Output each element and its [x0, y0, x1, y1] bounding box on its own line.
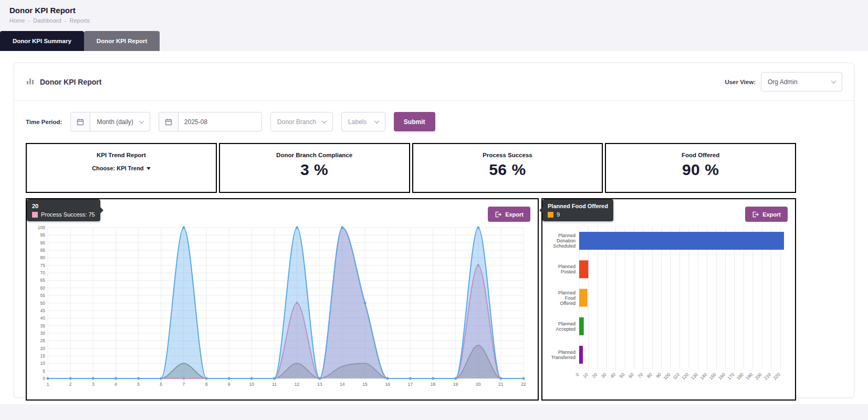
svg-text:95: 95 — [40, 232, 46, 238]
svg-text:90: 90 — [40, 240, 46, 245]
svg-text:70: 70 — [637, 372, 644, 379]
bar-chart-icon — [26, 77, 35, 87]
svg-text:180: 180 — [736, 372, 745, 381]
month-input[interactable] — [178, 112, 262, 131]
svg-text:2: 2 — [69, 382, 72, 387]
breadcrumb-home[interactable]: Home — [9, 17, 25, 24]
period-type-select[interactable]: Month (daily) — [90, 112, 150, 131]
user-view-value: Org Admin — [768, 78, 798, 86]
breadcrumb-reports[interactable]: Reports — [70, 17, 90, 24]
kpi-title: Process Success — [417, 152, 598, 158]
time-period-label: Time Period: — [26, 119, 62, 125]
svg-text:18: 18 — [431, 382, 436, 387]
svg-text:PlannedDonationScheduled: PlannedDonationScheduled — [553, 233, 576, 249]
breadcrumb-dashboard[interactable]: Dashboard — [33, 17, 61, 24]
export-button[interactable]: Export — [745, 207, 788, 222]
svg-text:0: 0 — [574, 372, 580, 377]
svg-text:75: 75 — [40, 263, 46, 268]
kpi-trend-line-chart[interactable]: 0510152025303540455055606570758085909510… — [32, 223, 531, 394]
submit-button[interactable]: Submit — [394, 112, 435, 131]
tooltip-swatch — [548, 212, 553, 218]
svg-text:PlannedAccepted: PlannedAccepted — [556, 321, 576, 332]
svg-text:90: 90 — [655, 372, 662, 379]
breadcrumb: Home - Dashboard - Reports — [9, 17, 859, 24]
svg-text:50: 50 — [40, 301, 46, 306]
svg-text:16: 16 — [385, 382, 390, 387]
charts-row: Export 051015202530354045505560657075808… — [26, 198, 796, 401]
svg-text:11: 11 — [272, 382, 277, 387]
svg-text:PlannedTransferred: PlannedTransferred — [551, 350, 576, 360]
tooltip-row: 9 — [548, 211, 608, 218]
kpi-title: KPI Trend Report — [31, 152, 212, 158]
export-button-label: Export — [505, 211, 524, 218]
svg-text:150: 150 — [708, 372, 717, 381]
svg-text:60: 60 — [40, 285, 46, 291]
svg-text:220: 220 — [772, 372, 781, 381]
svg-text:5: 5 — [43, 368, 45, 374]
export-icon — [495, 211, 501, 218]
svg-text:210: 210 — [763, 372, 772, 381]
card-header: Donor KPI Report User View: Org Admin — [14, 63, 854, 101]
calendar-icon — [159, 112, 178, 131]
svg-text:10: 10 — [249, 382, 255, 387]
page-title: Donor KPI Report — [9, 6, 859, 15]
svg-text:19: 19 — [453, 382, 458, 387]
svg-text:110: 110 — [672, 372, 681, 381]
export-button-label: Export — [762, 211, 781, 218]
svg-text:40: 40 — [609, 372, 616, 379]
svg-text:190: 190 — [745, 372, 754, 381]
planned-bar-chart[interactable]: 0102030405060708090100110120130140150160… — [547, 223, 791, 394]
svg-text:50: 50 — [619, 372, 626, 379]
planned-bar-chart-panel: Export 010203040506070809010011012013014… — [541, 198, 796, 401]
kpi-value: 3 % — [224, 161, 405, 179]
svg-text:21: 21 — [498, 382, 504, 387]
tooltip-title: Planned Food Offered — [548, 203, 608, 209]
svg-text:55: 55 — [40, 293, 46, 298]
kpi-value: 56 % — [417, 161, 598, 179]
bar-chart-tooltip: Planned Food Offered 9 — [542, 199, 613, 221]
svg-text:10: 10 — [582, 372, 589, 379]
chevron-down-icon — [321, 118, 327, 124]
svg-text:200: 200 — [754, 372, 763, 381]
kpi-value: 90 % — [610, 161, 791, 179]
donor-branch-select[interactable]: Donor Branch — [270, 112, 333, 131]
svg-text:7: 7 — [182, 382, 185, 387]
user-view-select[interactable]: Org Admin — [761, 72, 842, 91]
svg-text:0: 0 — [43, 376, 45, 381]
svg-text:160: 160 — [717, 372, 726, 381]
svg-text:40: 40 — [40, 315, 46, 321]
svg-text:9: 9 — [228, 382, 231, 387]
labels-select[interactable]: Labels — [341, 112, 385, 131]
month-group — [159, 112, 262, 131]
kpi-trend-dropdown[interactable]: Choose: KPI Trend — [92, 165, 150, 171]
kpi-box-trend-report: KPI Trend Report Choose: KPI Trend — [26, 143, 217, 193]
tab-donor-kpi-report[interactable]: Donor KPI Report — [84, 31, 160, 51]
svg-text:80: 80 — [40, 255, 46, 260]
svg-text:20: 20 — [40, 346, 46, 351]
svg-text:20: 20 — [476, 382, 481, 387]
svg-text:12: 12 — [295, 382, 300, 387]
breadcrumb-separator: - — [65, 17, 67, 24]
svg-text:1: 1 — [47, 382, 49, 387]
svg-text:20: 20 — [591, 372, 598, 379]
svg-text:170: 170 — [726, 372, 735, 381]
svg-text:25: 25 — [40, 338, 46, 343]
calendar-icon — [70, 112, 90, 131]
user-view: User View: Org Admin — [725, 72, 842, 91]
tooltip-swatch — [32, 212, 38, 218]
export-button[interactable]: Export — [488, 207, 530, 222]
tooltip-text: Process Success: 75 — [41, 211, 95, 218]
tooltip-row: Process Success: 75 — [32, 211, 95, 218]
kpi-box-food-offered: Food Offered 90 % — [605, 143, 796, 193]
svg-text:4: 4 — [114, 382, 117, 387]
tab-donor-kpi-summary[interactable]: Donor KPI Summary — [0, 31, 84, 51]
period-type-group: Month (daily) — [70, 112, 150, 131]
user-view-label: User View: — [725, 79, 756, 85]
tooltip-text: 9 — [557, 211, 560, 218]
kpi-row: KPI Trend Report Choose: KPI Trend Donor… — [26, 143, 796, 193]
kpi-box-donor-branch-compliance: Donor Branch Compliance 3 % — [219, 143, 410, 193]
chevron-down-icon — [374, 118, 379, 124]
kpi-title: Food Offered — [610, 152, 791, 158]
page-header: Donor KPI Report Home - Dashboard - Repo… — [0, 0, 868, 24]
filters-row: Time Period: Month (daily) Donor Branch — [14, 101, 854, 141]
